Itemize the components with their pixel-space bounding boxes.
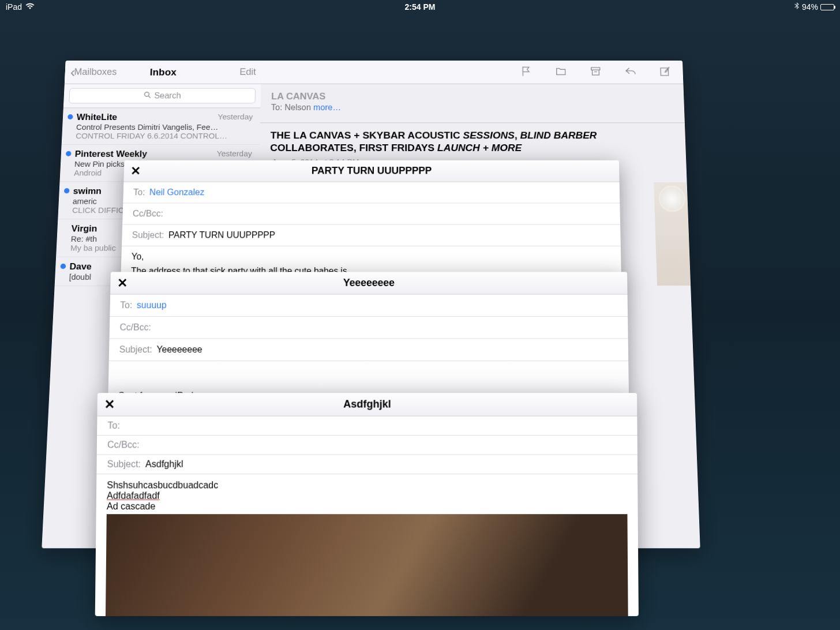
subject-label: Subject: <box>132 230 164 240</box>
compose-icon[interactable] <box>658 65 672 78</box>
svg-line-1 <box>149 96 151 98</box>
draft-body[interactable]: Shshsuhcasbucdbuadcadc Adfdafadfadf Ad c… <box>96 474 638 514</box>
flag-icon[interactable] <box>520 65 532 78</box>
reader-from: LA CANVAS <box>271 91 673 102</box>
close-icon[interactable]: ✕ <box>130 164 141 178</box>
inbox-title: Inbox <box>149 66 177 77</box>
unread-dot-icon <box>66 151 72 156</box>
list-item[interactable]: Yesterday WhiteLite Control Presents Dim… <box>62 108 261 145</box>
cc-label[interactable]: Cc/Bcc: <box>107 440 140 450</box>
to-recipient[interactable]: Neil Gonzalez <box>149 187 205 197</box>
battery-icon <box>820 4 834 10</box>
to-recipient[interactable]: suuuup <box>137 300 167 310</box>
device-label: iPad <box>6 2 22 12</box>
message-date: Yesterday <box>217 112 253 121</box>
clock: 2:54 PM <box>405 2 436 12</box>
message-preview: CONTROL FRIDAY 6.6.2014 CONTROL… <box>76 132 253 140</box>
subject-value[interactable]: Asdfghjkl <box>145 459 183 470</box>
subject-label: Subject: <box>119 344 152 355</box>
search-placeholder: Search <box>154 91 181 100</box>
back-label: Mailboxes <box>74 67 117 78</box>
message-date: Yesterday <box>217 149 252 158</box>
search-icon <box>144 91 151 100</box>
misspelled-text: Adfdafadfadf <box>107 490 160 500</box>
draft-title: Asdfghjkl <box>343 398 391 410</box>
back-mailboxes-button[interactable]: ‹ Mailboxes <box>70 65 117 80</box>
to-label: To: <box>120 300 132 310</box>
reader-subject: THE LA CANVAS + SKYBAR ACOUSTIC SESSIONS… <box>260 123 686 155</box>
subject-label: Subject: <box>107 459 141 470</box>
to-label[interactable]: To: <box>107 421 120 431</box>
subject-value[interactable]: Yeeeeeeee <box>156 344 202 355</box>
edit-button[interactable]: Edit <box>239 67 256 78</box>
draft-title: PARTY TURN UUUPPPPP <box>312 165 432 177</box>
close-icon[interactable]: ✕ <box>117 276 127 290</box>
to-name: Nelson <box>284 103 311 112</box>
subject-value[interactable]: PARTY TURN UUUPPPPP <box>168 230 275 240</box>
inbox-header: ‹ Mailboxes Inbox Edit <box>65 61 261 84</box>
close-icon[interactable]: ✕ <box>104 397 115 412</box>
reader-to-line: To: Nelson more… <box>271 103 674 112</box>
wifi-icon <box>25 2 35 12</box>
attached-image <box>105 514 628 616</box>
unread-dot-icon <box>64 188 70 193</box>
draft-title: Yeeeeeeee <box>343 277 395 289</box>
compose-draft-card[interactable]: ✕ Asdfghjkl To: Cc/Bcc: Subject:Asdfghjk… <box>95 393 639 616</box>
unread-dot-icon <box>61 264 66 269</box>
to-label: To: <box>271 103 283 112</box>
folder-icon[interactable] <box>554 65 567 78</box>
cc-label[interactable]: Cc/Bcc: <box>133 209 163 219</box>
unread-dot-icon <box>68 114 73 119</box>
search-input[interactable]: Search <box>69 88 256 104</box>
status-bar: iPad 2:54 PM 94% <box>0 0 840 14</box>
reader-toolbar <box>261 61 683 84</box>
draft-body[interactable]: Sent from my iPad <box>108 361 629 395</box>
message-subject: Control Presents Dimitri Vangelis, Fee… <box>76 122 253 131</box>
archive-icon[interactable] <box>589 65 602 78</box>
bluetooth-icon <box>794 2 800 12</box>
more-recipients-link[interactable]: more… <box>313 103 341 112</box>
svg-rect-2 <box>591 68 600 70</box>
email-image-thumbnail <box>654 182 691 286</box>
reply-icon[interactable] <box>624 65 637 78</box>
cc-label[interactable]: Cc/Bcc: <box>119 322 151 333</box>
compose-draft-card[interactable]: ✕ Yeeeeeeee To:suuuup Cc/Bcc: Subject:Ye… <box>108 272 629 394</box>
to-label: To: <box>133 187 145 197</box>
battery-percent: 94% <box>802 2 818 12</box>
compose-draft-card[interactable]: ✕ PARTY TURN UUUPPPPP To:Neil Gonzalez C… <box>121 160 621 281</box>
svg-point-0 <box>145 92 149 97</box>
